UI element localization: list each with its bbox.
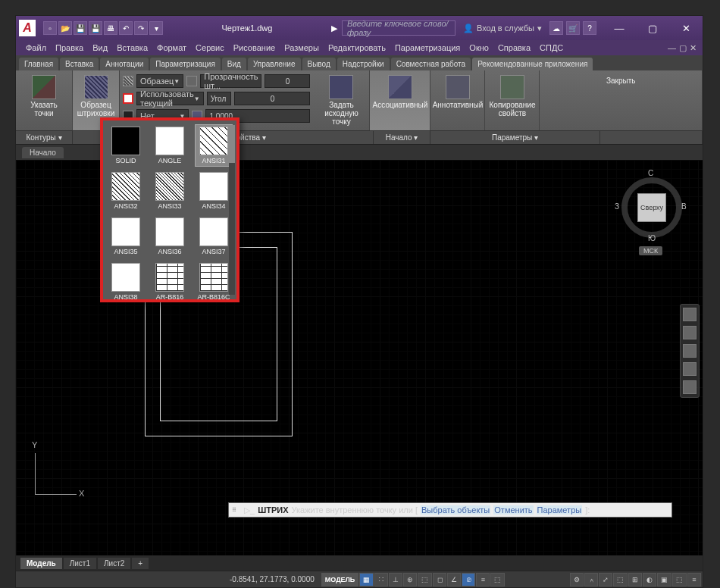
saveas-icon[interactable]: 💾 bbox=[89, 21, 102, 35]
iso-toggle-icon[interactable]: ⬚ bbox=[418, 573, 432, 586]
cmd-grip-icon[interactable]: ⠿ bbox=[232, 507, 241, 514]
pattern-ansi31[interactable]: ANSI31 bbox=[196, 125, 232, 166]
nav-zoom-icon[interactable] bbox=[683, 344, 697, 358]
workspace-icon[interactable]: ⚙ bbox=[570, 573, 584, 586]
menu-param[interactable]: Параметризация bbox=[391, 42, 464, 54]
vc-north[interactable]: С bbox=[648, 169, 653, 177]
menu-window[interactable]: Окно bbox=[465, 42, 493, 54]
close-hatch-button[interactable]: Закрыть bbox=[540, 70, 703, 130]
pattern-ar-b816[interactable]: AR-B816 bbox=[152, 261, 188, 302]
menu-file[interactable]: Файл bbox=[22, 42, 50, 54]
save-icon[interactable]: 💾 bbox=[74, 21, 87, 35]
foot-contours[interactable]: Контуры ▾ bbox=[16, 131, 73, 144]
qs-icon[interactable]: ⊞ bbox=[628, 573, 642, 586]
annotative-button[interactable]: Аннотативный bbox=[430, 70, 485, 130]
polar-toggle-icon[interactable]: ⊛ bbox=[403, 573, 417, 586]
pattern-ar-b816c[interactable]: AR-B816C bbox=[196, 261, 232, 302]
otrack-toggle-icon[interactable]: ∠ bbox=[447, 573, 461, 586]
menu-help[interactable]: Справка bbox=[494, 42, 534, 54]
undo-icon[interactable]: ↶ bbox=[119, 21, 133, 35]
help-icon[interactable]: ? bbox=[583, 21, 596, 35]
units-icon[interactable]: ⬚ bbox=[613, 573, 628, 586]
type-dropdown[interactable]: Образец▼ bbox=[136, 74, 183, 88]
menu-format[interactable]: Формат bbox=[153, 42, 190, 54]
foot-origin[interactable]: Начало ▾ bbox=[374, 131, 430, 144]
pattern-ansi38[interactable]: ANSI38 bbox=[108, 261, 144, 302]
tpy-toggle-icon[interactable]: ⬚ bbox=[490, 573, 505, 586]
pattern-ansi34[interactable]: ANSI34 bbox=[196, 170, 232, 211]
qat-more-icon[interactable]: ▾ bbox=[149, 21, 163, 35]
flyout-scrollbar[interactable] bbox=[229, 125, 235, 295]
tab-insert[interactable]: Вставка bbox=[60, 58, 99, 70]
lwt-toggle-icon[interactable]: ≡ bbox=[476, 573, 490, 586]
tab-home[interactable]: Главная bbox=[19, 58, 58, 70]
layout-sheet2[interactable]: Лист2 bbox=[98, 558, 130, 569]
foot-options[interactable]: Параметры ▾ bbox=[430, 131, 600, 144]
iso-view-icon[interactable]: ▣ bbox=[657, 573, 671, 586]
angle-value[interactable]: 0 bbox=[234, 92, 310, 105]
doc-min-icon[interactable]: — bbox=[668, 43, 676, 53]
plot-icon[interactable]: 🖶 bbox=[104, 21, 117, 35]
cmd-opt-select[interactable]: Выбрать объекты bbox=[421, 505, 490, 514]
hatch-pattern-button[interactable]: Образец штриховки bbox=[76, 74, 116, 119]
vc-west[interactable]: З bbox=[615, 202, 619, 211]
nav-wheel-icon[interactable] bbox=[683, 308, 697, 321]
tab-view[interactable]: Вид bbox=[222, 58, 246, 70]
viewcube-wcs-badge[interactable]: МСК bbox=[639, 246, 662, 255]
app-logo-icon[interactable] bbox=[19, 20, 36, 36]
viewcube[interactable]: Сверху С Ю В З МСК bbox=[618, 174, 686, 249]
menu-view[interactable]: Вид bbox=[89, 42, 111, 54]
redo-icon[interactable]: ↷ bbox=[134, 21, 148, 35]
close-button[interactable]: ✕ bbox=[672, 19, 700, 37]
tab-parametric[interactable]: Параметризация bbox=[150, 58, 221, 70]
nav-orbit-icon[interactable] bbox=[683, 362, 697, 376]
hw-icon[interactable]: ◐ bbox=[643, 573, 656, 586]
new-icon[interactable]: ▫ bbox=[43, 21, 57, 35]
login-button[interactable]: 👤 Вход в службы ▾ bbox=[463, 23, 542, 33]
osnap-toggle-icon[interactable]: ◻ bbox=[433, 573, 446, 586]
cmd-opt-settings[interactable]: Параметры bbox=[537, 505, 583, 514]
menu-modify[interactable]: Редактировать bbox=[324, 42, 390, 54]
layout-sheet1[interactable]: Лист1 bbox=[64, 558, 96, 569]
set-origin-button[interactable]: Задать исходную точку bbox=[316, 74, 366, 127]
viewcube-face[interactable]: Сверху bbox=[637, 193, 666, 222]
snap-toggle-icon[interactable]: ⸬ bbox=[374, 573, 388, 586]
dyn-toggle-icon[interactable]: ⎚ bbox=[462, 573, 475, 586]
pattern-ansi33[interactable]: ANSI33 bbox=[152, 170, 188, 211]
doc-close-icon[interactable]: ✕ bbox=[690, 43, 697, 53]
tab-annotate[interactable]: Аннотации bbox=[100, 58, 149, 70]
cmd-opt-undo[interactable]: Отменить bbox=[493, 505, 533, 514]
menu-tools[interactable]: Сервис bbox=[192, 42, 228, 54]
vc-east[interactable]: В bbox=[681, 202, 687, 211]
ortho-toggle-icon[interactable]: ⊥ bbox=[389, 573, 402, 586]
open-icon[interactable]: 📂 bbox=[58, 21, 72, 35]
pattern-solid[interactable]: SOLID bbox=[108, 125, 144, 166]
grid-toggle-icon[interactable]: ▦ bbox=[359, 573, 374, 586]
clean-icon[interactable]: ⬚ bbox=[672, 573, 687, 586]
scrollbar-thumb[interactable] bbox=[229, 125, 235, 163]
menu-spds[interactable]: СПДС bbox=[536, 42, 567, 54]
transparency-value[interactable]: 0 bbox=[265, 74, 310, 88]
pick-points-button[interactable]: Указать точки bbox=[19, 74, 69, 119]
match-props-button[interactable]: Копирование свойств bbox=[485, 70, 540, 130]
nav-showmotion-icon[interactable] bbox=[683, 380, 697, 394]
doc-max-icon[interactable]: ▢ bbox=[679, 43, 687, 53]
annomon-icon[interactable]: ⍲ bbox=[584, 573, 598, 586]
pattern-angle[interactable]: ANGLE bbox=[152, 125, 188, 166]
pattern-ansi35[interactable]: ANSI35 bbox=[108, 216, 144, 257]
menu-dim[interactable]: Размеры bbox=[280, 42, 323, 54]
tab-manage[interactable]: Управление bbox=[248, 58, 301, 70]
layout-add[interactable]: + bbox=[132, 558, 149, 569]
tab-output[interactable]: Вывод bbox=[302, 58, 336, 70]
search-input[interactable]: Введите ключевое слово/фразу bbox=[342, 20, 455, 36]
model-space-button[interactable]: МОДЕЛЬ bbox=[321, 573, 359, 586]
maximize-button[interactable]: ▢ bbox=[639, 19, 666, 37]
custom-icon[interactable]: ≡ bbox=[687, 573, 701, 586]
vc-south[interactable]: Ю bbox=[648, 234, 656, 242]
annoscale-icon[interactable]: ⤢ bbox=[599, 573, 612, 586]
command-line[interactable]: ⠿ ▷_ ШТРИХ Укажите внутреннюю точку или … bbox=[228, 502, 672, 518]
color-dropdown[interactable]: Использовать текущий▼ bbox=[136, 92, 204, 105]
menu-draw[interactable]: Рисование bbox=[230, 42, 279, 54]
cart-icon[interactable]: 🛒 bbox=[566, 21, 580, 35]
doc-tab-start[interactable]: Начало bbox=[22, 147, 64, 158]
